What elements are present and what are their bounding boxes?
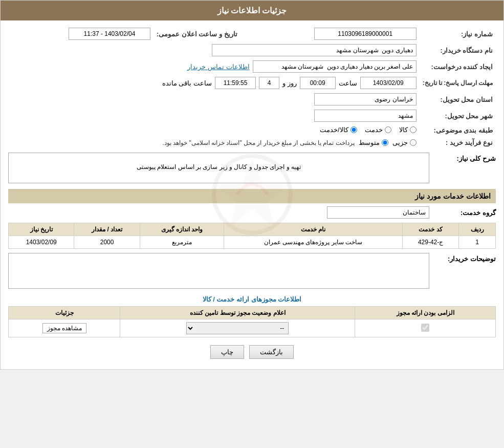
col-details: جزئیات — [9, 307, 120, 319]
deadline-remaining-input[interactable] — [215, 77, 256, 89]
remaining-label: ساعت باقی مانده — [162, 79, 212, 87]
services-table: ردیف کد خدمت نام خدمت واحد اندازه گیری ت… — [8, 223, 496, 249]
cell-unit: مترمربع — [140, 236, 224, 249]
description-label: شرح کلی نیاز: — [429, 153, 496, 162]
page-title: جزئیات اطلاعات نیاز — [217, 6, 287, 15]
cell-quantity: 2000 — [74, 236, 140, 249]
page-header: جزئیات اطلاعات نیاز — [1, 1, 503, 20]
cell-date: 1403/02/09 — [9, 236, 74, 249]
buyer-notes-textarea[interactable] — [8, 253, 429, 289]
purchase-jozii-item: جزیی — [392, 139, 417, 146]
col-unit: واحد اندازه گیری — [140, 223, 224, 236]
col-required: الزامی بودن ارائه مجوز — [355, 307, 496, 319]
buyer-name-input[interactable] — [212, 44, 417, 56]
license-table: الزامی بودن ارائه مجوز اعلام وضعیت مجوز … — [8, 306, 496, 337]
category-kala-radio[interactable] — [410, 126, 417, 133]
show-license-button[interactable]: مشاهده مجوز — [42, 323, 86, 333]
province-input[interactable] — [314, 93, 417, 105]
services-section-title: اطلاعات خدمات مورد نیاز — [8, 189, 496, 203]
day-label: روز و — [282, 79, 297, 87]
button-container: بازگشت چاپ — [8, 345, 496, 359]
license-section-title: اطلاعات مجوزهای ارائه خدمت / کالا — [8, 295, 496, 303]
category-kala-khadamat-label: کالا/خدمت — [320, 126, 348, 134]
purchase-motavaset-item: متوسط — [359, 139, 388, 146]
cell-row: 1 — [459, 236, 496, 249]
back-button[interactable]: بازگشت — [249, 345, 294, 359]
category-khadamat-radio[interactable] — [385, 126, 391, 133]
buyer-name-label: نام دستگاه خریدار: — [420, 42, 496, 58]
city-input[interactable] — [314, 110, 417, 122]
announce-date-input[interactable] — [69, 28, 150, 40]
city-label: شهر محل تحویل: — [420, 108, 496, 124]
col-service-code: کد خدمت — [402, 223, 459, 236]
contact-info-link[interactable]: اطلاعات تماس خریدار — [187, 63, 249, 71]
deadline-days-input[interactable] — [259, 77, 279, 89]
category-khadamat-item: خدمت — [365, 126, 391, 134]
cell-service-name: ساخت سایر پروژه‌های مهندسی عمران — [224, 236, 403, 249]
col-quantity: تعداد / مقدار — [74, 223, 140, 236]
deadline-time-input[interactable] — [300, 77, 336, 89]
cell-service-code: ج-42-429 — [402, 236, 459, 249]
category-label: طبقه بندی موضوعی: — [420, 124, 496, 137]
deadline-date-input[interactable] — [360, 77, 417, 89]
creator-input[interactable] — [253, 60, 417, 73]
category-khadamat-label: خدمت — [365, 126, 383, 134]
purchase-motavaset-label: متوسط — [359, 139, 380, 146]
license-details-cell: مشاهده مجوز — [9, 319, 120, 337]
purchase-motavaset-radio[interactable] — [382, 139, 388, 146]
time-label: ساعت — [339, 79, 357, 87]
col-row: ردیف — [459, 223, 496, 236]
license-row: -- مشاهده مجوز — [9, 319, 496, 337]
license-required-cell — [355, 319, 496, 337]
category-kala-khadamat-radio[interactable] — [350, 126, 357, 133]
col-date: تاریخ نیاز — [9, 223, 74, 236]
license-status-select[interactable]: -- — [186, 322, 289, 334]
deadline-label: مهلت ارسال پاسخ: تا تاریخ: — [420, 75, 496, 91]
purchase-jozii-label: جزیی — [392, 139, 408, 146]
announce-date-label: تاریخ و ساعت اعلان عمومی: — [154, 26, 240, 42]
service-group-input[interactable] — [327, 206, 429, 219]
print-button[interactable]: چاپ — [210, 345, 244, 359]
col-service-name: نام خدمت — [224, 223, 403, 236]
purchase-jozii-radio[interactable] — [410, 139, 417, 146]
purchase-note: پرداخت تمام یا بخشی از مبلغ خریدار از مح… — [162, 139, 354, 146]
purchase-type-label: نوع فرآیند خرید : — [420, 137, 496, 148]
table-row: 1 ج-42-429 ساخت سایر پروژه‌های مهندسی عم… — [9, 236, 496, 249]
required-checkbox[interactable] — [421, 324, 429, 332]
need-number-input[interactable] — [314, 28, 417, 40]
category-kala-label: کالا — [399, 126, 408, 134]
creator-label: ایجاد کننده درخواست: — [420, 58, 496, 75]
need-number-label: شماره نیاز: — [420, 26, 496, 42]
col-status: اعلام وضعیت مجوز توسط تامین کننده — [120, 307, 355, 319]
description-textarea[interactable] — [8, 153, 429, 183]
buyer-notes-label: توضیحات خریدار: — [429, 253, 496, 263]
service-group-label: گروه خدمت: — [429, 209, 496, 217]
province-label: استان محل تحویل: — [420, 91, 496, 108]
category-kala-khadamat-item: کالا/خدمت — [320, 126, 357, 134]
license-status-cell: -- — [120, 319, 355, 337]
main-info-table: شماره نیاز: تاریخ و ساعت اعلان عمومی: نا… — [8, 26, 496, 148]
category-kala-item: کالا — [399, 126, 417, 134]
